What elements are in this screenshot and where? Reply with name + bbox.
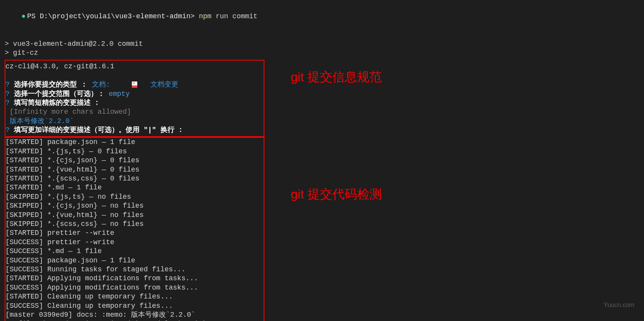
question-text: 填写更加详细的变更描述（可选）。使用 "|" 换行 :: [14, 126, 183, 134]
question-text: 填写简短精炼的变更描述 :: [14, 99, 99, 107]
annotation-commit-spec: git 提交信息规范: [291, 69, 382, 85]
command-args: run commit: [211, 12, 257, 20]
lint-line: [SKIPPED] *.{js,ts} — no files: [5, 193, 264, 201]
cz-answer-subject: 版本号修改`2.2.0`: [5, 117, 264, 126]
prompt-path: D:\project\youlai\vue3-element-admin>: [40, 12, 195, 20]
lint-line: [SKIPPED] *.{scss,css} — no files: [5, 220, 264, 229]
question-mark-icon: ?: [5, 90, 10, 98]
answer-prefix: 文档:: [92, 81, 110, 88]
lint-line: [STARTED] *.md — 1 file: [5, 183, 264, 192]
cz-question-scope: ? 选择一个提交范围（可选）： empty: [5, 90, 264, 99]
answer-suffix: 文档变更: [138, 81, 178, 88]
watermark: Yuucn.com: [604, 301, 634, 309]
lint-line: [STARTED] package.json — 1 file: [5, 138, 264, 147]
status-dot-icon: ●: [21, 12, 26, 20]
lint-staged-box: [STARTED] package.json — 1 file [STARTED…: [5, 137, 264, 321]
npm-output-line: > git-cz: [5, 49, 639, 57]
lint-line: [STARTED] *.{scss,css} — 0 files: [5, 174, 264, 183]
prompt-line: ●PS D:\project\youlai\vue3-element-admin…: [5, 3, 639, 30]
blank-line: [5, 30, 639, 39]
memo-icon: [132, 82, 137, 88]
question-mark-icon: ?: [5, 99, 10, 107]
npm-output-line: > vue3-element-admin@2.2.0 commit: [5, 40, 639, 49]
lint-line: 1 file changed, 3 insertions(+), 5 delet…: [5, 319, 264, 321]
lint-line: [STARTED] Applying modifications from ta…: [5, 274, 264, 283]
question-mark-icon: ?: [5, 81, 10, 88]
lint-line: [SUCCESS] prettier --write: [5, 238, 264, 247]
lint-line: [STARTED] Cleaning up temporary files...: [5, 292, 264, 301]
cz-question-subject: ? 填写简短精炼的变更描述 :: [5, 99, 264, 108]
lint-line: [SKIPPED] *.{vue,html} — no files: [5, 211, 264, 220]
lint-line: [SUCCESS] Running tasks for staged files…: [5, 265, 264, 274]
lint-line: [SUCCESS] Cleaning up temporary files...: [5, 302, 264, 311]
command-npm: npm: [195, 12, 211, 20]
annotation-code-check: git 提交代码检测: [291, 186, 382, 203]
lint-line: [STARTED] *.{cjs,json} — 0 files: [5, 156, 264, 165]
answer-text: empty: [109, 90, 129, 98]
blank-line: [5, 71, 264, 80]
lint-line: [SUCCESS] Applying modifications from ta…: [5, 283, 264, 292]
question-text: 选择你要提交的类型 ：: [14, 81, 88, 88]
question-text: 选择一个提交范围（可选）：: [14, 90, 105, 98]
cz-hint: [Infinity more chars allowed]: [5, 108, 264, 116]
lint-line: [SKIPPED] *.{cjs,json} — no files: [5, 201, 264, 210]
lint-line: [STARTED] prettier --write: [5, 229, 264, 238]
prompt-ps: PS: [27, 12, 40, 20]
lint-line: [STARTED] *.{js,ts} — 0 files: [5, 147, 264, 156]
question-mark-icon: ?: [5, 126, 10, 134]
terminal-output[interactable]: ●PS D:\project\youlai\vue3-element-admin…: [0, 0, 644, 321]
lint-line: [master 0399ed9] docs: :memo: 版本号修改`2.2.…: [5, 311, 264, 319]
lint-line: [SUCCESS] package.json — 1 file: [5, 256, 264, 265]
cz-header: cz-cli@4.3.0, cz-git@1.6.1: [5, 62, 264, 71]
commitizen-box: cz-cli@4.3.0, cz-git@1.6.1 ? 选择你要提交的类型 ：…: [5, 60, 264, 137]
cz-question-body: ? 填写更加详细的变更描述（可选）。使用 "|" 换行 :: [5, 126, 264, 135]
lint-line: [SUCCESS] *.md — 1 file: [5, 247, 264, 256]
lint-line: [STARTED] *.{vue,html} — 0 files: [5, 165, 264, 174]
cz-question-type: ? 选择你要提交的类型 ： 文档: 文档变更: [5, 80, 264, 89]
